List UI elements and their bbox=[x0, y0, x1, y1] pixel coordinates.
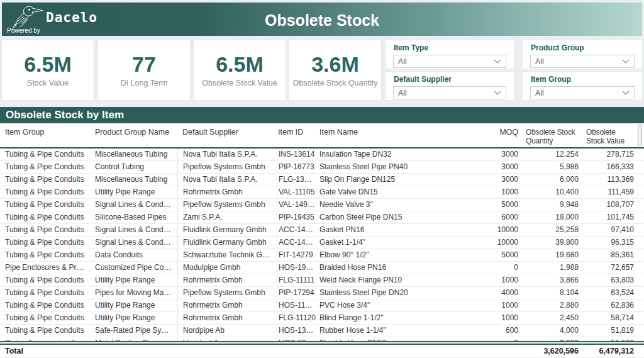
cell-default-supplier: Nordpipe Ab bbox=[177, 325, 277, 337]
filter-label-default-supplier: Default Supplier bbox=[386, 72, 514, 84]
table-row[interactable]: Tubing & Pipe Conduits Signal Lines & Co… bbox=[0, 224, 644, 237]
chevron-down-icon bbox=[622, 91, 630, 95]
column-header-default-supplier[interactable]: Default Supplier bbox=[177, 123, 277, 147]
table-row[interactable]: Tubing & Pipe Conduits Silicone-Based Pi… bbox=[0, 211, 644, 224]
product-group-dropdown[interactable]: All bbox=[530, 55, 635, 68]
cell-product-group: Miscellaneous Tubing bbox=[90, 174, 177, 186]
cell-item-name: PVC Hose 3/4" bbox=[317, 299, 472, 311]
cell-product-group: Utility Pipe Range bbox=[90, 312, 177, 324]
kpi-label: DI Long Term bbox=[121, 79, 168, 87]
cell-quantity: 3,866 bbox=[522, 274, 582, 286]
cell-product-group: Safe-Rated Pipe Systems bbox=[90, 325, 177, 337]
cell-quantity: 1,988 bbox=[522, 262, 582, 274]
cell-moq: 0 bbox=[472, 262, 522, 274]
cell-product-group: Utility Pipe Range bbox=[90, 186, 177, 198]
filter-item-group: Item Group All bbox=[522, 71, 643, 101]
cell-moq: 1000 bbox=[472, 312, 522, 324]
table-header-row: Item Group Product Group Name Default Su… bbox=[0, 123, 644, 148]
cell-item-id: HOS-13005 bbox=[277, 325, 317, 337]
cell-value: 113,369 bbox=[582, 174, 638, 186]
column-header-obsolete-stock-value[interactable]: Obsolete Stock Value ▼ bbox=[582, 123, 638, 147]
total-value: 6,479,312 bbox=[582, 345, 638, 357]
cell-item-id: HOS-11118 bbox=[277, 299, 317, 311]
kpi-label: Obsolete Stock Quantity bbox=[293, 79, 378, 87]
cell-item-group: Tubing & Pipe Conduits bbox=[0, 287, 90, 299]
table-row[interactable]: Tubing & Pipe Conduits Utility Pipe Rang… bbox=[0, 186, 644, 199]
cell-value: 101,745 bbox=[582, 211, 638, 223]
cell-default-supplier: Rohrmetrix Gmbh bbox=[177, 312, 277, 324]
cell-value: 278,715 bbox=[582, 148, 638, 160]
default-supplier-dropdown[interactable]: All bbox=[393, 86, 506, 99]
cell-item-group: Tubing & Pipe Conduits bbox=[0, 174, 90, 186]
table-row[interactable]: Pipe Enclosures & Protec... Customized P… bbox=[0, 262, 644, 274]
column-header-item-name[interactable]: Item Name bbox=[317, 123, 472, 147]
cell-item-name: Braided Hose PN16 bbox=[317, 262, 472, 274]
table-row[interactable]: Tubing & Pipe Conduits Miscellaneous Tub… bbox=[0, 174, 644, 186]
vertical-scrollbar-thumb[interactable] bbox=[638, 125, 642, 146]
item-group-dropdown[interactable]: All bbox=[530, 86, 635, 99]
cell-value: 108,707 bbox=[582, 199, 638, 211]
filter-default-supplier: Default Supplier All bbox=[385, 71, 514, 101]
table-row[interactable]: Tubing & Pipe Conduits Miscellaneous Tub… bbox=[0, 148, 644, 161]
table-row-partial[interactable]: Piping Accessories & M... Metal Sealing … bbox=[0, 337, 644, 342]
cell-product-group: Pipes for Moving Machin... bbox=[90, 287, 177, 299]
table-row[interactable]: Tubing & Pipe Conduits Utility Pipe Rang… bbox=[0, 274, 644, 287]
cell-item-id: FIT-14279 bbox=[277, 249, 317, 261]
cell-item-id: PIP-19435 bbox=[277, 211, 317, 223]
table-row[interactable]: Tubing & Pipe Conduits Pipes for Moving … bbox=[0, 287, 644, 299]
item-type-dropdown[interactable]: All bbox=[393, 55, 506, 68]
cell-product-group: Control Tubing bbox=[90, 161, 177, 173]
kpi-label: Obsolete Stock Value bbox=[202, 79, 277, 87]
cell-item-name: Gate Valve DN15 bbox=[317, 186, 472, 198]
column-header-moq[interactable]: MOQ bbox=[472, 123, 522, 147]
cell-product-group: Utility Pipe Range bbox=[90, 274, 177, 286]
cell-moq: 5000 bbox=[472, 249, 522, 261]
cell-item-id: VAL-14965 bbox=[277, 199, 317, 211]
cell-item-name: Blind Flange 1-1/2" bbox=[317, 312, 472, 324]
cell-item-name: Rubber Hose 1-1/4" bbox=[317, 325, 472, 337]
kpi-card-obsolete-stock-quantity: 3.6M Obsolete Stock Quantity bbox=[289, 40, 382, 101]
kpi-value: 3.6M bbox=[311, 53, 359, 76]
column-header-item-group[interactable]: Item Group bbox=[0, 123, 90, 147]
obsolete-stock-table: Obsolete Stock by Item Item Group Produc… bbox=[0, 107, 644, 357]
table-row[interactable]: Tubing & Pipe Conduits Utility Pipe Rang… bbox=[0, 312, 644, 325]
cell-moq: 3000 bbox=[472, 148, 522, 160]
total-label: Total bbox=[0, 345, 90, 357]
cell-moq: 10000 bbox=[472, 224, 522, 236]
kpi-value: 6.5M bbox=[216, 53, 264, 76]
cell-quantity: 2,880 bbox=[522, 299, 582, 311]
column-header-obsolete-stock-quantity[interactable]: Obsolete Stock Quantity bbox=[522, 123, 582, 147]
cell-default-supplier: Fluidlink Germany Gmbh bbox=[177, 237, 277, 249]
total-quantity: 3,620,596 bbox=[522, 345, 582, 357]
kpi-value: 77 bbox=[132, 53, 156, 76]
cell-item-group: Tubing & Pipe Conduits bbox=[0, 249, 90, 261]
cell-quantity: 9,948 bbox=[522, 199, 582, 211]
table-body: Tubing & Pipe Conduits Miscellaneous Tub… bbox=[0, 148, 644, 342]
kpi-label: Stock Value bbox=[27, 79, 69, 87]
cell-value: 72,657 bbox=[582, 262, 638, 274]
table-row[interactable]: Tubing & Pipe Conduits Utility Pipe Rang… bbox=[0, 299, 644, 312]
cell-product-group: Miscellaneous Tubing bbox=[90, 148, 177, 160]
table-row[interactable]: Tubing & Pipe Conduits Signal Lines & Co… bbox=[0, 199, 644, 211]
cell-product-group: Signal Lines & Conduits bbox=[90, 224, 177, 236]
cell-item-id: HOS-19502 bbox=[277, 262, 317, 274]
cell-default-supplier: Pipeflow Systems Gmbh bbox=[177, 199, 277, 211]
cell-quantity: 8,104 bbox=[522, 287, 582, 299]
column-header-item-id[interactable]: Item ID bbox=[277, 123, 317, 147]
cell-item-id: INS-13614 bbox=[277, 148, 317, 160]
filter-product-group: Product Group All bbox=[522, 40, 643, 69]
cell-default-supplier: Variolast A... bbox=[177, 337, 277, 342]
cell-value: 85,361 bbox=[582, 249, 638, 261]
cell-moq: 1000 bbox=[472, 299, 522, 311]
cell-item-id: FLG-11111 bbox=[277, 274, 317, 286]
table-row[interactable]: Tubing & Pipe Conduits Data Conduits Sch… bbox=[0, 249, 644, 262]
cell-product-group: Customized Pipe Compo... bbox=[90, 262, 177, 274]
table-row[interactable]: Tubing & Pipe Conduits Signal Lines & Co… bbox=[0, 237, 644, 249]
cell-product-group: Signal Lines & Conduits bbox=[90, 199, 177, 211]
cell-item-group: Tubing & Pipe Conduits bbox=[0, 325, 90, 337]
table-row[interactable]: Tubing & Pipe Conduits Safe-Rated Pipe S… bbox=[0, 325, 644, 337]
column-header-product-group-name[interactable]: Product Group Name bbox=[90, 123, 177, 147]
cell-item-id: PIP-16773 bbox=[277, 161, 317, 173]
cell-moq: 600 bbox=[472, 325, 522, 337]
table-row[interactable]: Tubing & Pipe Conduits Control Tubing Pi… bbox=[0, 161, 644, 174]
